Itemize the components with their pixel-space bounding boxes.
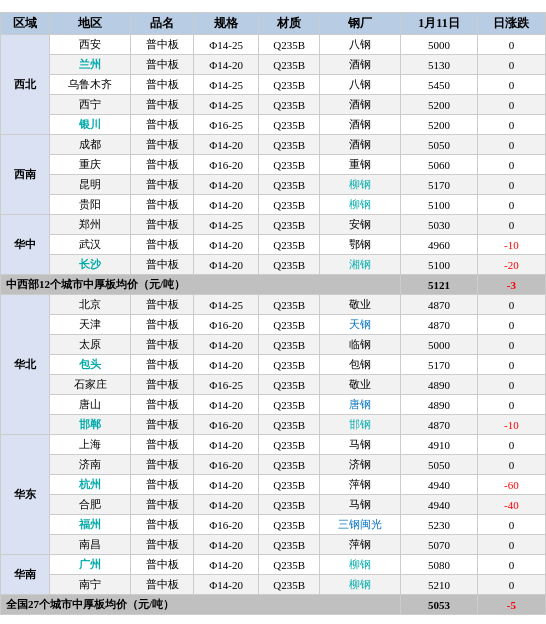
material-cell: Q235B bbox=[258, 175, 319, 195]
product-cell: 普中板 bbox=[130, 495, 193, 515]
city-cell: 昆明 bbox=[50, 175, 131, 195]
product-cell: 普中板 bbox=[130, 55, 193, 75]
steel-cell: 临钢 bbox=[320, 335, 401, 355]
change-cell: 0 bbox=[477, 435, 545, 455]
spec-cell: Φ14-25 bbox=[194, 295, 259, 315]
spec-cell: Φ14-25 bbox=[194, 35, 259, 55]
product-cell: 普中板 bbox=[130, 175, 193, 195]
table-row: 合肥普中板Φ14-20Q235B马钢4940-40 bbox=[1, 495, 546, 515]
steel-cell: 马钢 bbox=[320, 435, 401, 455]
spec-cell: Φ14-20 bbox=[194, 555, 259, 575]
region-cell: 西北 bbox=[1, 35, 50, 135]
table-row: 太原普中板Φ14-20Q235B临钢50000 bbox=[1, 335, 546, 355]
product-cell: 普中板 bbox=[130, 155, 193, 175]
spec-cell: Φ14-20 bbox=[194, 355, 259, 375]
material-cell: Q235B bbox=[258, 515, 319, 535]
table-row: 南宁普中板Φ14-20Q235B柳钢52100 bbox=[1, 575, 546, 595]
steel-cell: 唐钢 bbox=[320, 395, 401, 415]
spec-cell: Φ16-20 bbox=[194, 415, 259, 435]
material-cell: Q235B bbox=[258, 375, 319, 395]
table-row: 华中郑州普中板Φ14-25Q235B安钢50300 bbox=[1, 215, 546, 235]
product-cell: 普中板 bbox=[130, 575, 193, 595]
city-cell: 长沙 bbox=[50, 255, 131, 275]
material-cell: Q235B bbox=[258, 135, 319, 155]
city-cell: 广州 bbox=[50, 555, 131, 575]
price-cell: 5000 bbox=[401, 335, 478, 355]
change-cell: 0 bbox=[477, 555, 545, 575]
change-cell: -20 bbox=[477, 255, 545, 275]
city-cell: 兰州 bbox=[50, 55, 131, 75]
city-cell: 郑州 bbox=[50, 215, 131, 235]
steel-cell: 八钢 bbox=[320, 75, 401, 95]
product-cell: 普中板 bbox=[130, 335, 193, 355]
price-cell: 5100 bbox=[401, 195, 478, 215]
steel-cell: 敬业 bbox=[320, 375, 401, 395]
price-cell: 4870 bbox=[401, 415, 478, 435]
city-cell: 西安 bbox=[50, 35, 131, 55]
change-cell: 0 bbox=[477, 155, 545, 175]
product-cell: 普中板 bbox=[130, 135, 193, 155]
steel-cell: 酒钢 bbox=[320, 95, 401, 115]
steel-cell: 酒钢 bbox=[320, 135, 401, 155]
spec-cell: Φ16-25 bbox=[194, 115, 259, 135]
product-cell: 普中板 bbox=[130, 315, 193, 335]
steel-cell: 马钢 bbox=[320, 495, 401, 515]
table-row: 武汉普中板Φ14-20Q235B鄂钢4960-10 bbox=[1, 235, 546, 255]
change-cell: -10 bbox=[477, 235, 545, 255]
material-cell: Q235B bbox=[258, 535, 319, 555]
steel-cell: 湘钢 bbox=[320, 255, 401, 275]
price-cell: 4870 bbox=[401, 295, 478, 315]
change-cell: 0 bbox=[477, 515, 545, 535]
spec-cell: Φ14-25 bbox=[194, 95, 259, 115]
product-cell: 普中板 bbox=[130, 455, 193, 475]
change-cell: 0 bbox=[477, 535, 545, 555]
change-cell: 0 bbox=[477, 35, 545, 55]
change-cell: 0 bbox=[477, 75, 545, 95]
city-cell: 北京 bbox=[50, 295, 131, 315]
price-cell: 4870 bbox=[401, 315, 478, 335]
table-row: 邯郸普中板Φ16-20Q235B邯钢4870-10 bbox=[1, 415, 546, 435]
material-cell: Q235B bbox=[258, 75, 319, 95]
change-cell: 0 bbox=[477, 55, 545, 75]
product-cell: 普中板 bbox=[130, 235, 193, 255]
city-cell: 西宁 bbox=[50, 95, 131, 115]
table-row: 包头普中板Φ14-20Q235B包钢51700 bbox=[1, 355, 546, 375]
spec-cell: Φ14-20 bbox=[194, 575, 259, 595]
spec-cell: Φ14-20 bbox=[194, 135, 259, 155]
steel-cell: 萍钢 bbox=[320, 475, 401, 495]
steel-cell: 济钢 bbox=[320, 455, 401, 475]
product-cell: 普中板 bbox=[130, 415, 193, 435]
change-cell: 0 bbox=[477, 175, 545, 195]
city-cell: 邯郸 bbox=[50, 415, 131, 435]
change-cell: 0 bbox=[477, 575, 545, 595]
material-cell: Q235B bbox=[258, 95, 319, 115]
price-cell: 5130 bbox=[401, 55, 478, 75]
city-cell: 南昌 bbox=[50, 535, 131, 555]
price-cell: 5170 bbox=[401, 355, 478, 375]
table-row: 石家庄普中板Φ16-25Q235B敬业48900 bbox=[1, 375, 546, 395]
price-cell: 4960 bbox=[401, 235, 478, 255]
price-cell: 5000 bbox=[401, 35, 478, 55]
material-cell: Q235B bbox=[258, 435, 319, 455]
spec-cell: Φ14-25 bbox=[194, 75, 259, 95]
city-cell: 乌鲁木齐 bbox=[50, 75, 131, 95]
table-row: 华南广州普中板Φ14-20Q235B柳钢50800 bbox=[1, 555, 546, 575]
summary-row: 全国27个城市中厚板均价（元/吨）5053-5 bbox=[1, 595, 546, 615]
material-cell: Q235B bbox=[258, 495, 319, 515]
price-cell: 5070 bbox=[401, 535, 478, 555]
spec-cell: Φ14-25 bbox=[194, 215, 259, 235]
column-header: 钢厂 bbox=[320, 13, 401, 35]
product-cell: 普中板 bbox=[130, 95, 193, 115]
price-cell: 5230 bbox=[401, 515, 478, 535]
spec-cell: Φ14-20 bbox=[194, 255, 259, 275]
table-row: 乌鲁木齐普中板Φ14-25Q235B八钢54500 bbox=[1, 75, 546, 95]
city-cell: 南宁 bbox=[50, 575, 131, 595]
material-cell: Q235B bbox=[258, 195, 319, 215]
material-cell: Q235B bbox=[258, 555, 319, 575]
summary-price: 5121 bbox=[401, 275, 478, 295]
city-cell: 成都 bbox=[50, 135, 131, 155]
product-cell: 普中板 bbox=[130, 475, 193, 495]
price-cell: 5170 bbox=[401, 175, 478, 195]
material-cell: Q235B bbox=[258, 295, 319, 315]
table-row: 兰州普中板Φ14-20Q235B酒钢51300 bbox=[1, 55, 546, 75]
